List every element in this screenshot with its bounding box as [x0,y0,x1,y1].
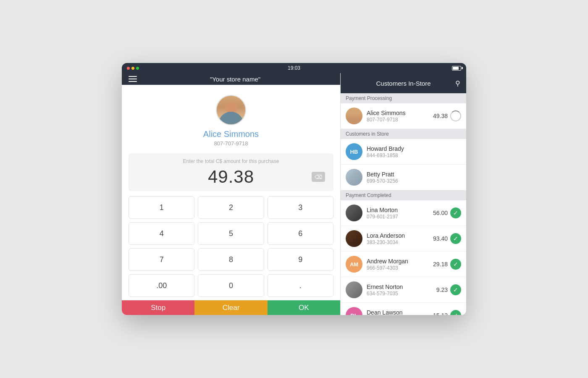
customer-list: Payment Processing Alice Simmons 807-707… [341,93,466,315]
key-1[interactable]: 1 [129,196,194,219]
status-processing-icon [450,110,461,121]
customer-info: Alice Simmons 807-707-9718 [367,110,429,123]
status-check-icon: ✓ [450,259,461,270]
dot-yellow[interactable] [131,67,134,70]
list-item[interactable]: Betty Pratt 699-570-3256 [341,165,466,190]
dot-green[interactable] [136,67,139,70]
list-item[interactable]: HB Howard Brady 844-693-1858 [341,139,466,165]
customer-phone: 634-579-7035 [367,291,432,297]
customer-phone: 966-597-4303 [367,265,429,271]
customer-right: 49.38 [433,110,461,121]
stop-button[interactable]: Stop [122,300,194,315]
list-item[interactable]: Lina Morton 079-601-2197 56.00 ✓ [341,200,466,226]
key-0[interactable]: 0 [198,274,264,297]
main-content: "Your store name" Alice Simmons 807-707-… [122,73,466,315]
section-payment-processing: Payment Processing [341,93,466,103]
right-panel-title: Customers In-Store [376,80,430,87]
status-check-icon: ✓ [450,284,461,295]
section-payment-completed: Payment Completed [341,190,466,200]
ok-button[interactable]: OK [268,300,340,315]
avatar [346,108,362,124]
keypad: 1 2 3 4 5 6 7 8 9 .00 0 . [122,196,340,300]
customer-amount: 15.12 [433,312,448,315]
list-item[interactable]: Alice Simmons 807-707-9718 49.38 [341,103,466,129]
status-check-icon: ✓ [450,310,461,315]
hamburger-line-2 [129,79,137,79]
avatar [346,205,362,221]
dot-red[interactable] [127,67,130,70]
battery-icon [452,66,461,71]
key-9[interactable]: 9 [268,248,333,271]
customer-info: Howard Brady 844-693-1858 [367,145,461,158]
customer-name: Alice Simmons [367,110,429,116]
clear-button[interactable]: Clear [194,300,267,315]
hamburger-line-1 [129,76,137,77]
status-check-icon: ✓ [450,207,461,218]
avatar [346,281,362,298]
list-item[interactable]: AM Andrew Morgan 966-597-4303 29.18 ✓ [341,252,466,277]
customer-amount: 29.18 [433,261,448,268]
customer-name: Betty Pratt [367,171,461,178]
window-controls [127,67,139,70]
avatar: HB [346,143,362,160]
customer-name: Howard Brady [367,145,461,152]
avatar [346,230,362,247]
key-decimal[interactable]: . [268,274,333,297]
avatar [346,169,362,186]
list-item[interactable]: Ernest Norton 634-579-7035 9.23 ✓ [341,277,466,303]
list-item[interactable]: DL Dean Lawson 689-633-3726 15.12 ✓ [341,303,466,315]
customer-info: Ernest Norton 634-579-7035 [367,284,432,297]
avatar: AM [346,256,362,273]
search-icon[interactable]: ⚲ [455,79,460,87]
status-time: 19:03 [288,65,300,71]
key-7[interactable]: 7 [129,248,194,271]
customer-amount: 93.40 [433,235,448,242]
list-item[interactable]: Lora Anderson 383-230-3034 93.40 ✓ [341,226,466,252]
battery-fill [453,67,459,70]
keypad-row-2: 4 5 6 [129,222,333,245]
keypad-row-3: 7 8 9 [129,248,333,271]
customer-amount: 49.38 [433,113,448,119]
hamburger-line-3 [129,81,137,82]
customer-right: 29.18 ✓ [433,259,461,270]
customer-right: 15.12 ✓ [433,310,461,315]
amount-display: 49.38 ⌫ [135,167,327,187]
key-4[interactable]: 4 [129,222,194,245]
customer-name: Dean Lawson [367,309,429,315]
customer-info: Lina Morton 079-601-2197 [367,207,429,220]
profile-name: Alice Simmons [203,129,259,139]
customer-name: Lina Morton [367,207,429,213]
amount-value: 49.38 [208,167,254,187]
key-6[interactable]: 6 [268,222,333,245]
key-double-zero[interactable]: .00 [129,274,194,297]
avatar-image [217,96,245,124]
customer-phone: 383-230-3034 [367,239,429,245]
customer-info: Betty Pratt 699-570-3256 [367,171,461,184]
action-buttons: Stop Clear OK [122,300,340,315]
store-name: "Your store name" [137,76,333,83]
backspace-button[interactable]: ⌫ [312,172,325,182]
left-panel: "Your store name" Alice Simmons 807-707-… [122,73,340,315]
customer-right: 9.23 ✓ [436,284,461,295]
key-3[interactable]: 3 [268,196,333,219]
profile-section: Alice Simmons 807-707-9718 [122,85,340,153]
customer-info: Lora Anderson 383-230-3034 [367,232,429,245]
keypad-row-4: .00 0 . [129,274,333,297]
profile-phone: 807-707-9718 [214,140,248,147]
left-header: "Your store name" [122,73,340,85]
customer-phone: 807-707-9718 [367,117,429,123]
customer-phone: 699-570-3256 [367,178,461,184]
keypad-row-1: 1 2 3 [129,196,333,219]
key-8[interactable]: 8 [198,248,264,271]
avatar: DL [346,307,362,315]
key-2[interactable]: 2 [198,196,264,219]
amount-section: Enter the total C$ amount for this purch… [129,153,333,191]
battery-indicator [452,66,461,71]
amount-hint: Enter the total C$ amount for this purch… [135,158,327,164]
menu-button[interactable] [129,76,137,82]
customer-phone: 844-693-1858 [367,152,461,158]
customer-right: 56.00 ✓ [433,207,461,218]
customer-name: Ernest Norton [367,284,432,290]
right-panel: Customers In-Store ⚲ Payment Processing … [340,73,466,315]
key-5[interactable]: 5 [198,222,264,245]
